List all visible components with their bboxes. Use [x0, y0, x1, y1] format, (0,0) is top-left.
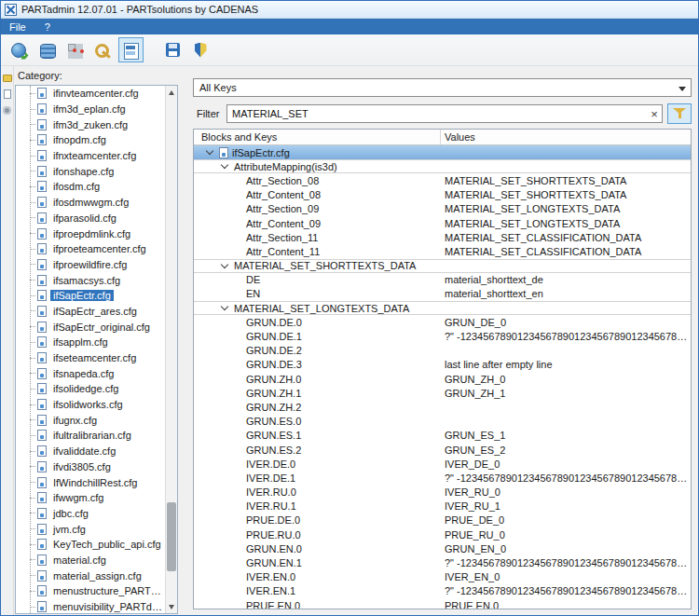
- category-list-item[interactable]: ifseteamcenter.cfg: [16, 350, 165, 366]
- table-row[interactable]: DE material_shorttext_de: [194, 273, 691, 287]
- tree-connector: [30, 607, 35, 608]
- category-list-item[interactable]: ifosdmwwgm.cfg: [16, 195, 165, 211]
- package-install-button[interactable]: [62, 37, 88, 62]
- table-row[interactable]: GRUN.ZH.0 GRUN_ZH_0: [194, 372, 691, 386]
- table-row[interactable]: Attr_Section_11 MATERIAL_SET_CLASSIFICAT…: [194, 230, 691, 244]
- table-row[interactable]: AttributeMapping(is3d): [194, 159, 691, 173]
- category-list-item[interactable]: jdbc.cfg: [16, 506, 165, 522]
- table-row[interactable]: IVER.EN.1 ?" -12345678901234567890123456…: [194, 584, 691, 598]
- table-row[interactable]: GRUN.DE.0 GRUN_DE_0: [194, 315, 691, 329]
- table-row[interactable]: GRUN.ES.2 GRUN_ES_2: [194, 443, 691, 457]
- category-list-item[interactable]: ifSapEctr_original.cfg: [16, 319, 165, 335]
- table-row[interactable]: ifSapEctr.cfg: [194, 145, 691, 159]
- category-list-item[interactable]: ifnopdm.cfg: [16, 132, 165, 148]
- table-row[interactable]: Attr_Content_09 MATERIAL_SET_LONGTEXTS_D…: [194, 216, 691, 230]
- table-row[interactable]: MATERIAL_SET_SHORTTEXTS_DATA: [194, 259, 691, 273]
- category-list-item[interactable]: ifinvteamcenter.cfg: [16, 86, 165, 102]
- table-row[interactable]: GRUN.DE.3 last line after empty line: [194, 358, 691, 372]
- column-header-values[interactable]: Values: [441, 131, 691, 143]
- category-list-item[interactable]: KeyTech_public_api.cfg: [16, 537, 165, 553]
- table-row[interactable]: Attr_Content_11 MATERIAL_SET_CLASSIFICAT…: [194, 244, 691, 258]
- category-list-item[interactable]: ifosdm.cfg: [16, 179, 165, 195]
- shield-button[interactable]: [188, 37, 213, 62]
- category-list-item[interactable]: ifnxteamcenter.cfg: [16, 148, 165, 164]
- table-row[interactable]: PRUE.DE.0 PRUE_DE_0: [194, 513, 691, 527]
- chevron-down-icon[interactable]: [206, 147, 213, 155]
- category-item-label: ifsolidworks.cfg: [50, 399, 126, 410]
- category-list-item[interactable]: ifwwgm.cfg: [16, 490, 165, 506]
- table-row[interactable]: GRUN.ES.0: [194, 415, 691, 429]
- category-list-item[interactable]: menustructure_PARTda...: [16, 583, 165, 599]
- table-row[interactable]: GRUN.DE.1 ?" -12345678901234567890123456…: [194, 329, 691, 343]
- category-list-item[interactable]: ifm3d_eplan.cfg: [16, 102, 165, 117]
- table-row[interactable]: IVER.RU.0 IVER_RU_0: [194, 486, 691, 500]
- table-row[interactable]: IVER.RU.1 IVER_RU_1: [194, 500, 691, 513]
- table-row[interactable]: PRUE.RU.0 PRUE_RU_0: [194, 527, 691, 541]
- license-key-button[interactable]: [90, 37, 116, 62]
- chevron-down-icon[interactable]: [221, 161, 228, 169]
- menu-file[interactable]: File: [9, 21, 26, 33]
- table-row[interactable]: Attr_Content_08 MATERIAL_SET_SHORTTEXTS_…: [194, 188, 691, 202]
- table-row[interactable]: PRUE.EN.0 PRUE.EN.0: [194, 598, 691, 609]
- configuration-files-button[interactable]: [118, 37, 144, 62]
- category-list-item[interactable]: ifsapplm.cfg: [16, 335, 165, 350]
- table-row[interactable]: GRUN.ZH.2: [194, 400, 691, 414]
- table-row[interactable]: GRUN.DE.2: [194, 344, 691, 358]
- category-list-item[interactable]: ifsamacsys.cfg: [16, 272, 165, 288]
- category-list-item[interactable]: ifultralibrarian.cfg: [16, 428, 165, 444]
- category-list-item[interactable]: ifproepdmlink.cfg: [16, 226, 165, 241]
- tree-connector: [30, 544, 35, 545]
- category-list-item[interactable]: ifproeteamcenter.cfg: [16, 241, 165, 257]
- scroll-up-button[interactable]: [166, 86, 177, 99]
- table-row[interactable]: IVER.EN.0 IVER_EN_0: [194, 570, 691, 584]
- catalog-update-globe-button[interactable]: [7, 37, 32, 62]
- filter-input[interactable]: [226, 104, 663, 123]
- table-row[interactable]: IVER.DE.0 IVER_DE_0: [194, 457, 691, 471]
- table-row[interactable]: IVER.DE.1 ?" -12345678901234567890123456…: [194, 471, 691, 485]
- table-row[interactable]: Attr_Section_09 MATERIAL_SET_LONGTEXTS_D…: [194, 202, 691, 216]
- scroll-down-button[interactable]: [166, 600, 177, 613]
- scrollbar-thumb[interactable]: [167, 502, 176, 571]
- category-scrollbar[interactable]: [165, 86, 177, 613]
- dock-document-icon[interactable]: [4, 89, 11, 99]
- category-list-item[interactable]: ifvdi3805.cfg: [16, 459, 165, 475]
- category-list-item[interactable]: menuvisibility_PARTda...: [16, 599, 165, 613]
- category-list-item[interactable]: material.cfg: [16, 553, 165, 568]
- category-list-item[interactable]: ifvaliddate.cfg: [16, 444, 165, 459]
- apply-filter-button[interactable]: [667, 103, 692, 124]
- category-list-item[interactable]: ifsolidedge.cfg: [16, 381, 165, 397]
- row-value: MATERIAL_SET_SHORTTEXTS_DATA: [441, 175, 691, 186]
- category-list-item[interactable]: material_assign.cfg: [16, 568, 165, 583]
- category-list-item[interactable]: ifonshape.cfg: [16, 163, 165, 179]
- table-row[interactable]: GRUN.ES.1 GRUN_ES_1: [194, 429, 691, 443]
- menu-help[interactable]: ?: [45, 21, 50, 33]
- row-key-label: GRUN.ES.0: [246, 416, 301, 427]
- category-list-item[interactable]: IfWindchillRest.cfg: [16, 474, 165, 490]
- category-list-item[interactable]: ifm3d_zuken.cfg: [16, 116, 165, 132]
- category-list-item[interactable]: ifSapEctr.cfg: [16, 288, 165, 304]
- category-list-item[interactable]: ifproewildfire.cfg: [16, 257, 165, 273]
- category-list-item[interactable]: ifugnx.cfg: [16, 412, 165, 428]
- table-row[interactable]: EN material_shorttext_en: [194, 287, 691, 301]
- table-row[interactable]: Attr_Section_08 MATERIAL_SET_SHORTTEXTS_…: [194, 173, 691, 187]
- category-list-item[interactable]: ifSapEctr_ares.cfg: [16, 304, 165, 320]
- dock-gear-icon[interactable]: [3, 106, 11, 115]
- column-header-blocks-and-keys[interactable]: Blocks and Keys: [194, 130, 441, 144]
- tree-connector: [30, 575, 35, 576]
- clear-filter-icon[interactable]: [647, 104, 662, 123]
- dock-folder-icon[interactable]: [3, 75, 12, 82]
- category-list-item[interactable]: jvm.cfg: [16, 521, 165, 537]
- category-list-item[interactable]: ifsnapeda.cfg: [16, 365, 165, 381]
- table-row[interactable]: GRUN.ZH.1 GRUN_ZH_1: [194, 386, 691, 400]
- category-list-item[interactable]: ifparasolid.cfg: [16, 211, 165, 226]
- chevron-down-icon[interactable]: [221, 260, 228, 267]
- row-key-cell: IVER.DE.0: [194, 459, 441, 470]
- chevron-down-icon[interactable]: [221, 303, 228, 310]
- category-list-item[interactable]: ifsolidworks.cfg: [16, 397, 165, 413]
- keys-filter-dropdown[interactable]: All Keys: [193, 78, 692, 97]
- database-button[interactable]: [34, 37, 60, 62]
- table-row[interactable]: MATERIAL_SET_LONGTEXTS_DATA: [194, 301, 691, 315]
- table-row[interactable]: GRUN.EN.0 GRUN_EN_0: [194, 541, 691, 555]
- table-row[interactable]: GRUN.EN.1 ?" -12345678901234567890123456…: [194, 555, 691, 569]
- save-button[interactable]: [160, 37, 185, 62]
